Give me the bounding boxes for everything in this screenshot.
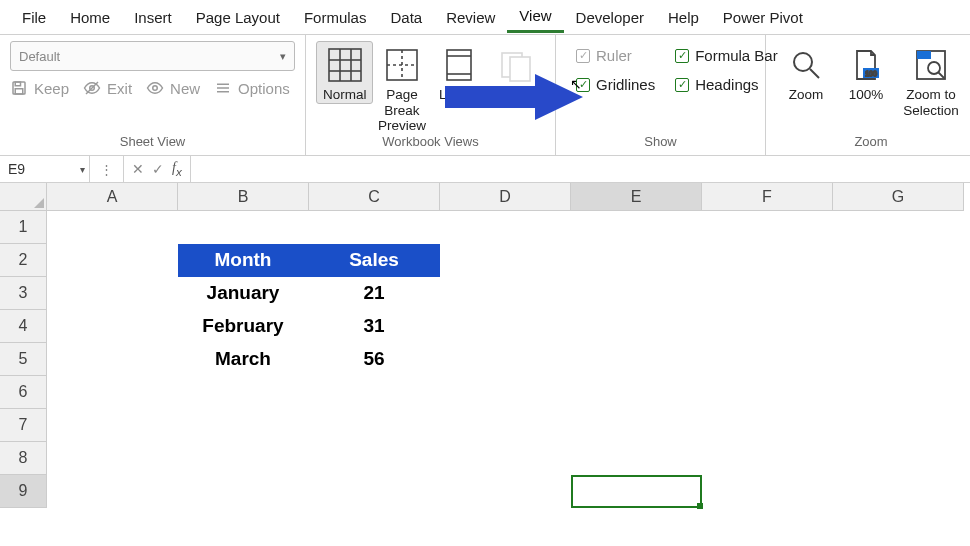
cell-C7[interactable] bbox=[309, 409, 440, 442]
cell-D9[interactable] bbox=[440, 475, 571, 508]
cell-B2[interactable]: Month bbox=[178, 244, 309, 277]
tab-view[interactable]: View bbox=[507, 1, 563, 33]
cell-A2[interactable] bbox=[47, 244, 178, 277]
tab-home[interactable]: Home bbox=[58, 3, 122, 32]
cell-G7[interactable] bbox=[833, 409, 964, 442]
custom-views-button[interactable] bbox=[488, 41, 545, 87]
headings-checkbox[interactable]: Headings bbox=[675, 76, 778, 93]
row-header-5[interactable]: 5 bbox=[0, 343, 47, 376]
cell-F9[interactable] bbox=[702, 475, 833, 508]
cell-F8[interactable] bbox=[702, 442, 833, 475]
cell-F6[interactable] bbox=[702, 376, 833, 409]
cell-F1[interactable] bbox=[702, 211, 833, 244]
cell-B9[interactable] bbox=[178, 475, 309, 508]
accept-icon[interactable]: ✓ bbox=[152, 161, 164, 177]
row-header-6[interactable]: 6 bbox=[0, 376, 47, 409]
cell-E8[interactable] bbox=[571, 442, 702, 475]
zoom-100-button[interactable]: 100 100% bbox=[836, 41, 896, 103]
cell-E9[interactable] bbox=[571, 475, 702, 508]
tab-insert[interactable]: Insert bbox=[122, 3, 184, 32]
cell-F7[interactable] bbox=[702, 409, 833, 442]
cell-G5[interactable] bbox=[833, 343, 964, 376]
col-header-A[interactable]: A bbox=[47, 183, 178, 211]
cell-E4[interactable] bbox=[571, 310, 702, 343]
cell-C2[interactable]: Sales bbox=[309, 244, 440, 277]
cell-B3[interactable]: January bbox=[178, 277, 309, 310]
cell-E1[interactable] bbox=[571, 211, 702, 244]
col-header-E[interactable]: E bbox=[571, 183, 702, 211]
cell-C1[interactable] bbox=[309, 211, 440, 244]
cell-C6[interactable] bbox=[309, 376, 440, 409]
cell-D6[interactable] bbox=[440, 376, 571, 409]
zoom-to-selection-button[interactable]: Zoom to Selection bbox=[896, 41, 966, 118]
cell-A7[interactable] bbox=[47, 409, 178, 442]
cell-A1[interactable] bbox=[47, 211, 178, 244]
cell-B6[interactable] bbox=[178, 376, 309, 409]
cell-E2[interactable] bbox=[571, 244, 702, 277]
row-header-2[interactable]: 2 bbox=[0, 244, 47, 277]
cell-B7[interactable] bbox=[178, 409, 309, 442]
page-break-preview-button[interactable]: Page Break Preview bbox=[373, 41, 430, 134]
sheet-view-combo[interactable]: Default ▾ bbox=[10, 41, 295, 71]
cell-C9[interactable] bbox=[309, 475, 440, 508]
cell-D4[interactable] bbox=[440, 310, 571, 343]
tab-power-pivot[interactable]: Power Pivot bbox=[711, 3, 815, 32]
gridlines-checkbox[interactable]: ↖ Gridlines bbox=[576, 76, 655, 93]
cell-G8[interactable] bbox=[833, 442, 964, 475]
cell-A5[interactable] bbox=[47, 343, 178, 376]
fx-icon[interactable]: fx bbox=[172, 160, 182, 178]
cell-F4[interactable] bbox=[702, 310, 833, 343]
cell-A3[interactable] bbox=[47, 277, 178, 310]
select-all-corner[interactable] bbox=[0, 183, 47, 211]
cell-D3[interactable] bbox=[440, 277, 571, 310]
cell-F2[interactable] bbox=[702, 244, 833, 277]
row-header-4[interactable]: 4 bbox=[0, 310, 47, 343]
cell-G1[interactable] bbox=[833, 211, 964, 244]
cell-G3[interactable] bbox=[833, 277, 964, 310]
tab-review[interactable]: Review bbox=[434, 3, 507, 32]
cell-D5[interactable] bbox=[440, 343, 571, 376]
cell-G2[interactable] bbox=[833, 244, 964, 277]
name-box[interactable]: E9 ▾ bbox=[0, 156, 90, 182]
cancel-icon[interactable]: ✕ bbox=[132, 161, 144, 177]
tab-formulas[interactable]: Formulas bbox=[292, 3, 379, 32]
cell-B5[interactable]: March bbox=[178, 343, 309, 376]
normal-button[interactable]: Normal bbox=[316, 41, 373, 104]
cell-E5[interactable] bbox=[571, 343, 702, 376]
col-header-F[interactable]: F bbox=[702, 183, 833, 211]
cell-A8[interactable] bbox=[47, 442, 178, 475]
col-header-G[interactable]: G bbox=[833, 183, 964, 211]
row-header-1[interactable]: 1 bbox=[0, 211, 47, 244]
cell-D8[interactable] bbox=[440, 442, 571, 475]
cell-G9[interactable] bbox=[833, 475, 964, 508]
tab-data[interactable]: Data bbox=[378, 3, 434, 32]
cell-C4[interactable]: 31 bbox=[309, 310, 440, 343]
row-header-8[interactable]: 8 bbox=[0, 442, 47, 475]
cell-A6[interactable] bbox=[47, 376, 178, 409]
cell-C5[interactable]: 56 bbox=[309, 343, 440, 376]
col-header-C[interactable]: C bbox=[309, 183, 440, 211]
row-header-7[interactable]: 7 bbox=[0, 409, 47, 442]
tab-developer[interactable]: Developer bbox=[564, 3, 656, 32]
cell-A4[interactable] bbox=[47, 310, 178, 343]
new-button[interactable]: New bbox=[146, 79, 200, 97]
cell-F3[interactable] bbox=[702, 277, 833, 310]
formula-bar-checkbox[interactable]: Formula Bar bbox=[675, 47, 778, 64]
cell-D1[interactable] bbox=[440, 211, 571, 244]
tab-page-layout[interactable]: Page Layout bbox=[184, 3, 292, 32]
row-header-3[interactable]: 3 bbox=[0, 277, 47, 310]
cell-E7[interactable] bbox=[571, 409, 702, 442]
col-header-D[interactable]: D bbox=[440, 183, 571, 211]
tab-file[interactable]: File bbox=[10, 3, 58, 32]
cell-D7[interactable] bbox=[440, 409, 571, 442]
cell-B4[interactable]: February bbox=[178, 310, 309, 343]
keep-button[interactable]: Keep bbox=[10, 79, 69, 97]
cell-A9[interactable] bbox=[47, 475, 178, 508]
cell-C8[interactable] bbox=[309, 442, 440, 475]
cell-E6[interactable] bbox=[571, 376, 702, 409]
row-header-9[interactable]: 9 bbox=[0, 475, 47, 508]
cell-E3[interactable] bbox=[571, 277, 702, 310]
zoom-button[interactable]: Zoom bbox=[776, 41, 836, 103]
page-layout-button[interactable]: Layout bbox=[431, 41, 488, 103]
cell-B8[interactable] bbox=[178, 442, 309, 475]
